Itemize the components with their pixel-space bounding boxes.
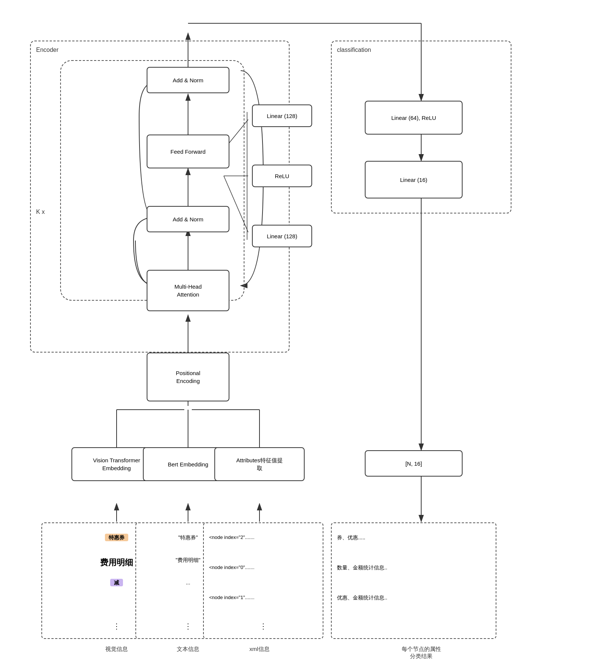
xml-text2: <node index="0".......	[209, 565, 255, 570]
result-dashed: 券、优惠..... 数量、金额统计信息.. 优惠、金额统计信息..	[331, 522, 496, 639]
encoder-label: Encoder	[36, 47, 59, 53]
feed-forward: Feed Forward	[147, 135, 229, 168]
kx-label: K x	[36, 209, 45, 215]
classification-label: classification	[337, 47, 371, 53]
bert-text3: ...	[186, 580, 190, 586]
xml-text1: <node index="2".......	[209, 534, 255, 540]
linear-128-top: Linear (128)	[252, 104, 312, 127]
tag-orange: 特惠券	[105, 534, 128, 541]
diagram-container: Encoder K x Add & Norm Feed Forward Add …	[0, 0, 616, 672]
result-text2: 数量、金额统计信息..	[337, 565, 387, 571]
bert-text2: "费用明细"	[176, 557, 200, 563]
dots-bert: ⋮	[184, 622, 192, 630]
linear-16: Linear (16)	[365, 161, 463, 198]
result-text3: 优惠、金额统计信息..	[337, 595, 387, 601]
dots-vision: ⋮	[113, 622, 120, 630]
result-text1: 券、优惠.....	[337, 534, 365, 540]
add-norm-bottom: Add & Norm	[147, 206, 229, 232]
tag-purple: 减	[110, 579, 123, 586]
classification-result-label: 每个节点的属性 分类结果	[361, 646, 481, 660]
attributes-box: Attributes特征值提 取	[214, 447, 305, 481]
bert-text1: "特惠券"	[178, 534, 198, 540]
dots-xml: ⋮	[259, 622, 267, 630]
inner-loop-container	[60, 60, 244, 301]
positional-encoding: Positional Encoding	[147, 353, 229, 401]
relu-box: ReLU	[252, 165, 312, 187]
linear-128-bottom: Linear (128)	[252, 225, 312, 247]
n16-label: [N, 16]	[365, 450, 463, 477]
add-norm-top: Add & Norm	[147, 67, 229, 93]
multi-head-attention: Multi-Head Attention	[147, 270, 229, 311]
xml-input-dashed: <node index="2"....... <node index="0"..…	[203, 522, 323, 639]
tag-text1: 费用明细	[100, 558, 133, 567]
linear-64-relu: Linear (64), ReLU	[365, 101, 463, 135]
xml-text3: <node index="1".......	[209, 595, 255, 600]
xml-info-label: xml信息	[214, 646, 305, 653]
